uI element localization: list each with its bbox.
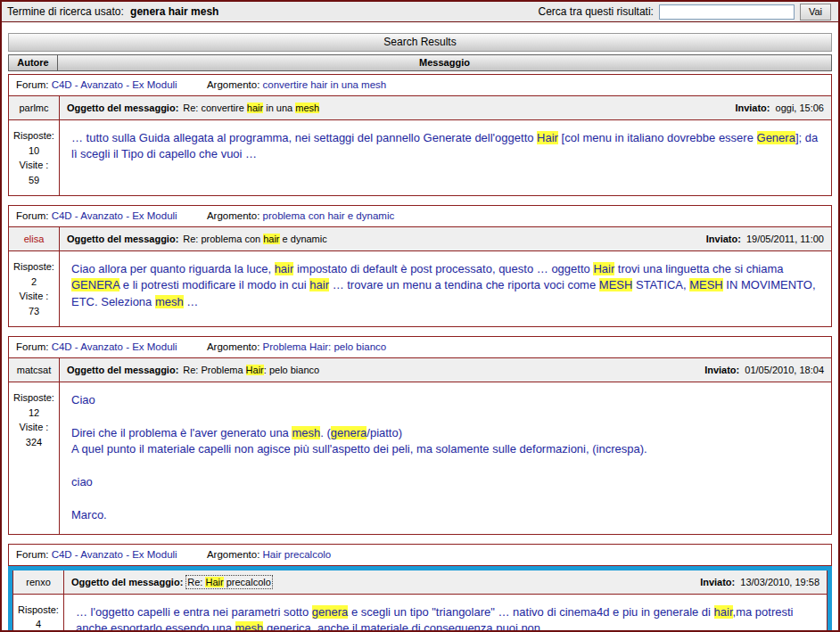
highlighted-term: MESH [689,278,723,291]
post-stats: Risposte: 4 Visite : 74 [13,595,63,632]
results-list: Forum: C4D - Avanzato - Ex Moduli Argome… [2,74,838,632]
post-message: Ciao allora per quanto riguarda la luce,… [59,251,831,326]
sent-info: Inviato: oggi, 15:06 [735,103,824,113]
post-message: Ciao Direi che il problema è l'aver gene… [59,382,831,534]
forum-label: Forum: [16,210,48,221]
replies-label: Risposte: [10,259,58,275]
subject-row: Oggetto del messaggio:Re: Hair precalcol… [63,570,827,595]
subject-label: Oggetto del messaggio: [71,577,183,587]
highlighted-term: mesh [235,621,264,632]
views-value: 59 [10,173,58,188]
forum-link[interactable]: C4D - Avanzato - Ex Moduli [52,549,177,560]
topic-label: Argomento: [207,210,259,221]
post-table: elisa Oggetto del messaggio:Re: problema… [8,227,832,327]
subject-link[interactable]: Re: Hair precalcolo [187,577,271,587]
post-stats: Risposte: 12 Visite : 324 [9,382,59,534]
forum-label: Forum: [16,549,48,560]
highlighted-term: GENERA [71,278,119,291]
forum-row: Forum: C4D - Avanzato - Ex Moduli Argome… [8,205,832,227]
results-title-bar: Search Results [8,33,832,52]
forum-link[interactable]: C4D - Avanzato - Ex Moduli [52,210,177,221]
views-label: Visite : [10,420,58,435]
subject-label: Oggetto del messaggio: [67,365,178,375]
sent-value: 01/05/2010, 18:04 [742,365,824,375]
sent-value: 19/05/2011, 11:00 [744,234,824,244]
subject-label: Oggetto del messaggio: [67,103,178,113]
replies-value: 12 [10,406,58,421]
topic-label: Argomento: [207,79,259,90]
topic-link[interactable]: Hair precalcolo [263,549,332,560]
forum-link[interactable]: C4D - Avanzato - Ex Moduli [52,79,177,90]
views-value: 73 [10,304,58,319]
highlighted-term: Hair [205,577,223,587]
search-term-summary: Termine di ricerca usato: genera hair me… [7,5,218,18]
search-result-block: Forum: C4D - Avanzato - Ex Moduli Argome… [8,336,832,535]
search-result-block: Forum: C4D - Avanzato - Ex Moduli Argome… [8,205,832,327]
replies-label: Risposte: [14,603,62,618]
search-within-input[interactable] [659,4,795,20]
sent-label: Inviato: [704,365,739,375]
subject-group: Oggetto del messaggio:Re: Problema Hair:… [67,365,319,375]
highlighted-term: hair [309,278,329,291]
sent-label: Inviato: [700,577,735,587]
sent-label: Inviato: [706,234,741,244]
post-table: parlmc Oggetto del messaggio:Re: convert… [8,96,832,196]
post-message: … l'oggetto capelli e entra nei parametr… [63,595,827,632]
highlighted-term: Hair [246,365,264,375]
forum-label: Forum: [16,79,48,90]
subject-row: Oggetto del messaggio:Re: Problema Hair:… [59,358,831,382]
sent-label: Inviato: [735,103,770,113]
column-header-author: Autore [8,54,58,71]
highlighted-term: hair [263,234,279,244]
column-header-message: Messaggio [58,54,832,71]
sent-info: Inviato: 19/05/2011, 11:00 [706,234,824,244]
search-result-block: Forum: C4D - Avanzato - Ex Moduli Argome… [8,74,832,196]
results-table-header: Autore Messaggio [8,54,832,71]
views-label: Visite : [10,289,58,304]
subject-row: Oggetto del messaggio:Re: problema con h… [59,227,831,251]
sent-info: Inviato: 13/03/2010, 19:58 [700,577,819,587]
topic-link[interactable]: convertire hair in una mesh [263,79,387,90]
replies-value: 2 [10,275,58,290]
author-name[interactable]: matcsat [9,358,59,382]
highlighted-term: MESH [599,278,633,291]
highlighted-term: Genera [757,131,795,144]
highlighted-term: hair [247,103,263,113]
forum-row: Forum: C4D - Avanzato - Ex Moduli Argome… [8,544,832,566]
replies-value: 10 [10,144,58,159]
highlighted-term: genera [331,426,366,439]
subject-group: Oggetto del messaggio:Re: problema con h… [67,234,327,244]
views-label: Visite : [10,158,58,173]
go-button[interactable]: Vai [800,4,831,21]
topic-link[interactable]: Problema Hair: pelo bianco [263,341,387,352]
highlighted-term: mesh [295,103,319,113]
topic-link[interactable]: problema con hair e dynamic [263,210,395,221]
subject-link[interactable]: Re: Problema Hair: pelo bianco [183,365,319,375]
highlighted-term: mesh [155,295,184,308]
post-stats: Risposte: 10 Visite : 59 [9,120,59,195]
highlighted-term: Hair [593,262,614,275]
search-results-page: Termine di ricerca usato: genera hair me… [0,0,840,632]
replies-value: 4 [14,617,62,632]
replies-label: Risposte: [10,390,58,406]
subject-group: Oggetto del messaggio:Re: convertire hai… [67,103,319,113]
highlighted-term: hair [714,605,733,619]
replies-label: Risposte: [10,128,58,144]
subject-link[interactable]: Re: problema con hair e dynamic [183,234,326,244]
highlighted-term: Hair [537,131,558,144]
author-name[interactable]: renxo [13,570,63,595]
search-within-label: Cerca tra questi risultati: [539,5,654,18]
search-term-value: genera hair mesh [130,5,218,18]
subject-label: Oggetto del messaggio: [67,234,178,244]
subject-link[interactable]: Re: convertire hair in una mesh [183,103,319,113]
subject-row: Oggetto del messaggio:Re: convertire hai… [59,96,831,120]
forum-link[interactable]: C4D - Avanzato - Ex Moduli [52,341,177,352]
search-result-block: Forum: C4D - Avanzato - Ex Moduli Argome… [8,544,832,632]
post-container: parlmc Oggetto del messaggio:Re: convert… [8,96,832,196]
subject-group: Oggetto del messaggio:Re: Hair precalcol… [71,577,271,587]
author-name[interactable]: parlmc [9,96,59,120]
post-container: matcsat Oggetto del messaggio:Re: Proble… [8,358,832,535]
author-name[interactable]: elisa [9,227,59,251]
views-value: 324 [10,435,58,450]
post-container: renxo Oggetto del messaggio:Re: Hair pre… [8,566,832,632]
